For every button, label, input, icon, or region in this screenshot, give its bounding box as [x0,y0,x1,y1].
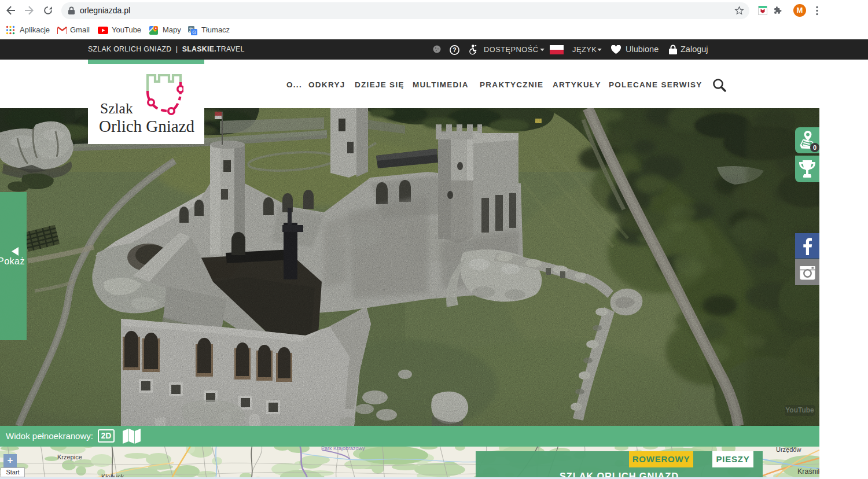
svg-text:Kraśnik: Kraśnik [797,467,819,476]
svg-text:?: ? [453,46,456,53]
svg-text:Krzepice: Krzepice [57,454,82,460]
svg-text:G: G [192,30,196,35]
svg-text:Urzędów: Urzędów [776,447,801,453]
svg-text:Park Krajobrazowy: Park Krajobrazowy [321,447,365,451]
